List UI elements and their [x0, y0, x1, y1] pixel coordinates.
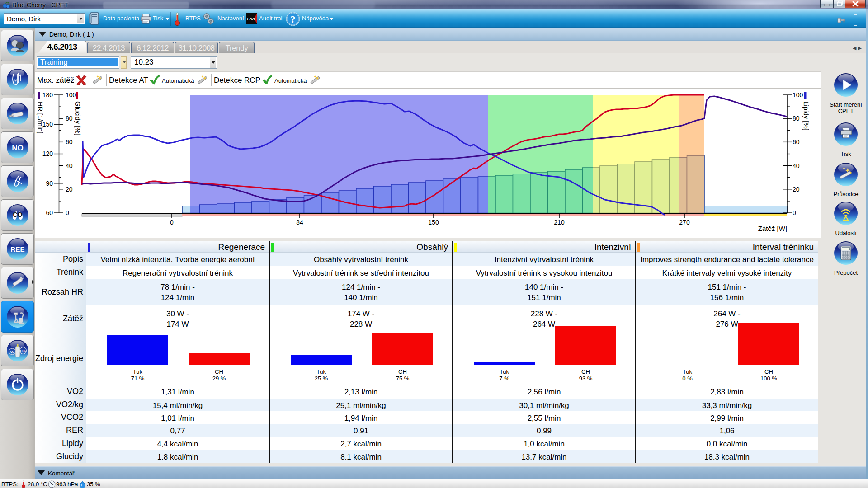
svg-text:60: 60 — [66, 138, 73, 145]
svg-text:LOG: LOG — [247, 17, 255, 21]
svg-text:60: 60 — [793, 138, 800, 145]
svg-text:40: 40 — [793, 162, 800, 169]
svg-text:210: 210 — [554, 219, 565, 226]
svg-text:?: ? — [291, 14, 296, 25]
svg-text:20: 20 — [66, 186, 73, 193]
svg-text:0: 0 — [793, 209, 796, 216]
svg-text:0: 0 — [66, 209, 69, 216]
svg-text:CO₂: CO₂ — [20, 349, 26, 352]
svg-text:Zátěž [W]: Zátěž [W] — [758, 225, 787, 232]
svg-text:20: 20 — [793, 186, 800, 193]
svg-text:120: 120 — [42, 150, 53, 157]
svg-text:150: 150 — [428, 219, 439, 226]
svg-text:Lipidy [%]: Lipidy [%] — [802, 101, 810, 131]
svg-text:100: 100 — [793, 91, 803, 99]
svg-text:CO: CO — [13, 211, 22, 218]
svg-text:REE: REE — [10, 245, 24, 253]
svg-text:100: 100 — [66, 91, 76, 99]
svg-text:0: 0 — [170, 219, 174, 226]
svg-text:90: 90 — [46, 180, 53, 187]
svg-text:NO: NO — [12, 144, 24, 152]
svg-text:84: 84 — [296, 219, 303, 226]
svg-text:Glucidy [%]: Glucidy [%] — [74, 101, 82, 136]
svg-text:40: 40 — [66, 162, 73, 169]
svg-text:60: 60 — [46, 209, 53, 216]
svg-text:80: 80 — [793, 115, 800, 122]
svg-text:80: 80 — [66, 115, 73, 122]
svg-text:180: 180 — [42, 91, 53, 99]
svg-text:HR [1/min]: HR [1/min] — [37, 102, 44, 134]
svg-text:270: 270 — [679, 219, 690, 226]
svg-text:O₂: O₂ — [10, 350, 14, 353]
